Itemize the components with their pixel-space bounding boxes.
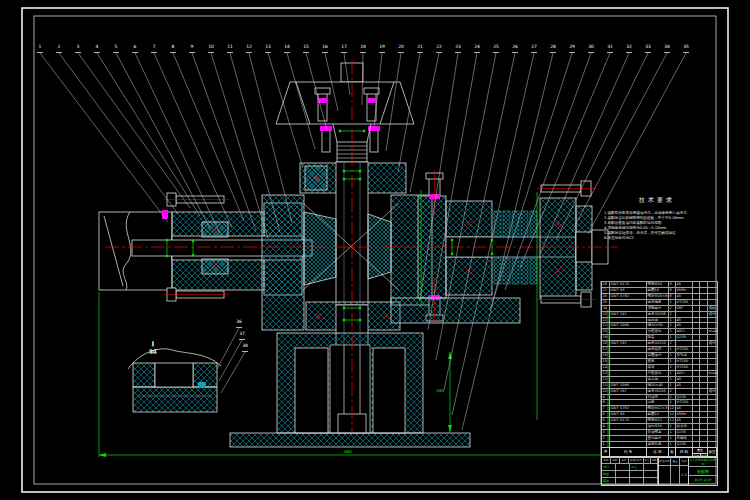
leader-line: [40, 53, 168, 222]
callout-number: 22: [436, 45, 442, 49]
callout-number: 24: [474, 45, 480, 49]
part-total-weight: [700, 441, 708, 447]
callout-number: 2: [58, 45, 61, 49]
callout-number: 17: [341, 45, 347, 49]
field-grid: 阶段标记 重量 比例 1:2: [658, 457, 688, 485]
callout-number: 31: [607, 45, 613, 49]
callout-number: 37: [239, 332, 245, 336]
support-bracket: [391, 298, 520, 323]
sig-label: 审核: [602, 478, 616, 485]
callout-number: 26: [512, 45, 518, 49]
spline-stack-top: [494, 211, 537, 237]
callout-number: 5: [115, 45, 118, 49]
leader-line: [59, 53, 178, 214]
callout-number: 13: [265, 45, 271, 49]
callout-number: 18: [360, 45, 366, 49]
bevel-gear-left: [304, 212, 336, 285]
callout-number: 11: [227, 45, 233, 49]
callout-number: 23: [455, 45, 461, 49]
part-material: Q235: [676, 441, 693, 447]
leader-line: [135, 53, 221, 236]
part-no: 1: [602, 441, 610, 447]
revision-row: 标记处数分区更改文件号签名日期: [602, 457, 658, 464]
callout-number: 19: [379, 45, 385, 49]
bevel-gear-right: [368, 214, 391, 279]
callout-number: 10: [208, 45, 214, 49]
callout-number: 7: [153, 45, 156, 49]
callout-number: 12: [246, 45, 252, 49]
right-housing-bottom: [446, 257, 492, 295]
detail-scale: 2:1: [149, 349, 156, 354]
part-name: 窥视孔盖: [647, 441, 669, 447]
pedestal-cavity-left: [295, 348, 328, 433]
revision-header: 日期: [651, 457, 658, 464]
callout-number: 36: [236, 320, 242, 324]
sheet-info: 共1张 第1张: [689, 476, 717, 485]
field-stage: 阶段标记: [659, 457, 671, 466]
revision-header: 处数: [611, 457, 620, 464]
callout-number: 8: [172, 45, 175, 49]
part-code: [610, 441, 647, 447]
title-block-right: ××大学机械工程学院 装配图 共1张 第1张: [688, 457, 717, 485]
organization-name: ××大学机械工程学院: [689, 457, 717, 467]
tech-requirements-title: 技术要求: [604, 196, 710, 205]
callout-number: 34: [664, 45, 670, 49]
leader-line: [219, 340, 242, 381]
cad-viewport[interactable]: Ⅰ 2:1 680 380 12345678910111213141516171…: [0, 0, 750, 500]
signature-grid: 设计 工艺 制图 审核: [602, 464, 658, 485]
foundation-detail-view: Ⅰ 2:1: [128, 340, 221, 412]
detail-label: Ⅰ: [152, 340, 154, 347]
break-wave-line: [123, 212, 131, 290]
callout-number: 16: [322, 45, 328, 49]
callout-number: 33: [645, 45, 651, 49]
leader-line: [78, 53, 190, 208]
housing-left-wall: [262, 195, 304, 330]
revision-header: 签名: [644, 457, 651, 464]
callout-number: 28: [550, 45, 556, 49]
pedestal-cavity-right: [373, 348, 405, 433]
sig-label: 制图: [602, 471, 616, 478]
drawing-title: 装配图: [689, 467, 717, 476]
callout-number: 15: [303, 45, 309, 49]
base-slab: [230, 433, 470, 447]
leader-line: [116, 53, 210, 228]
leader-line: [192, 53, 256, 231]
part-qty: 1: [669, 441, 676, 447]
callout-number: 27: [531, 45, 537, 49]
dim-pedestal-height: 380: [436, 388, 444, 393]
tech-requirement-line: 6.未注倒角均为C2。: [604, 236, 710, 241]
callout-number: 9: [191, 45, 194, 49]
callout-number: 21: [417, 45, 423, 49]
revision-header: 标记: [602, 457, 611, 464]
revision-header: 更改文件号: [629, 457, 644, 464]
leader-line: [221, 352, 245, 393]
title-block: 标记处数分区更改文件号签名日期 设计 工艺 制图 审核 阶段标记 重量 比例 1…: [601, 456, 718, 486]
leader-line: [97, 53, 200, 216]
callout-number: 38: [242, 344, 248, 348]
callout-number: 20: [398, 45, 404, 49]
callout-number: 3: [77, 45, 80, 49]
callout-number: 29: [569, 45, 575, 49]
part-unit-weight: [693, 441, 700, 447]
part-remark: [708, 441, 717, 447]
callout-number: 32: [626, 45, 632, 49]
callout-number: 1: [39, 45, 42, 49]
callout-number: 35: [683, 45, 689, 49]
field-weight: 重量: [671, 457, 680, 466]
dim-overall-width: 680: [344, 449, 352, 454]
tech-requirements-list: 1.装配前所有零件用煤油清洗，滚动轴承用汽油清洗。2.装配后齿轮副侧隙用铅丝检验…: [604, 211, 710, 242]
sig-label: 工艺: [630, 464, 644, 471]
technical-requirements: 技术要求 1.装配前所有零件用煤油清洗，滚动轴承用汽油清洗。2.装配后齿轮副侧隙…: [604, 196, 710, 242]
part-row: 1 窥视孔盖 1 Q235: [602, 441, 717, 447]
callout-number: 4: [96, 45, 99, 49]
callout-number: 25: [493, 45, 499, 49]
callout-number: 14: [284, 45, 290, 49]
right-housing-top: [446, 201, 492, 237]
sig-label: 设计: [602, 464, 616, 471]
callout-number: 6: [134, 45, 137, 49]
callout-number: 30: [588, 45, 594, 49]
revision-header: 分区: [620, 457, 629, 464]
leader-line: [217, 328, 239, 369]
parts-list-table: 28 GB/T 6170 螺母M16 8 45 27 GB/T 93 垫圈16 …: [601, 281, 718, 447]
